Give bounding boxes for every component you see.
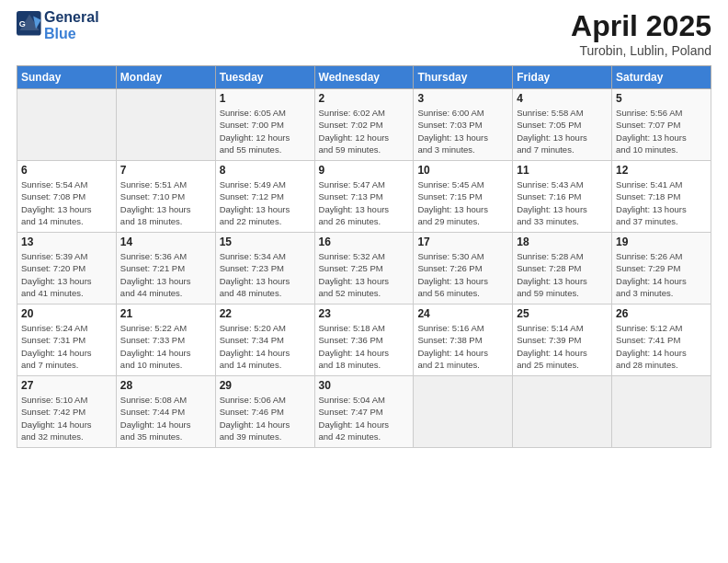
calendar-cell: 6Sunrise: 5:54 AM Sunset: 7:08 PM Daylig… bbox=[17, 161, 117, 233]
day-info: Sunrise: 5:14 AM Sunset: 7:39 PM Dayligh… bbox=[517, 322, 608, 371]
day-number: 26 bbox=[616, 307, 707, 320]
day-number: 24 bbox=[417, 307, 508, 320]
calendar-cell: 13Sunrise: 5:39 AM Sunset: 7:20 PM Dayli… bbox=[17, 233, 117, 304]
day-info: Sunrise: 5:08 AM Sunset: 7:44 PM Dayligh… bbox=[120, 394, 211, 442]
calendar-cell: 27Sunrise: 5:10 AM Sunset: 7:42 PM Dayli… bbox=[17, 376, 117, 448]
weekday-thursday: Thursday bbox=[414, 66, 513, 89]
day-info: Sunrise: 5:18 AM Sunset: 7:36 PM Dayligh… bbox=[319, 322, 410, 371]
day-number: 3 bbox=[417, 92, 508, 105]
day-info: Sunrise: 5:34 AM Sunset: 7:23 PM Dayligh… bbox=[220, 250, 311, 299]
weekday-monday: Monday bbox=[116, 66, 215, 89]
day-info: Sunrise: 5:04 AM Sunset: 7:47 PM Dayligh… bbox=[319, 394, 410, 442]
day-number: 30 bbox=[319, 379, 410, 392]
day-info: Sunrise: 5:51 AM Sunset: 7:10 PM Dayligh… bbox=[120, 178, 211, 227]
day-number: 28 bbox=[120, 379, 211, 392]
calendar-table: SundayMondayTuesdayWednesdayThursdayFrid… bbox=[17, 65, 711, 448]
day-info: Sunrise: 6:00 AM Sunset: 7:03 PM Dayligh… bbox=[417, 107, 508, 155]
weekday-header-row: SundayMondayTuesdayWednesdayThursdayFrid… bbox=[17, 66, 711, 89]
calendar-cell: 29Sunrise: 5:06 AM Sunset: 7:46 PM Dayli… bbox=[215, 376, 314, 448]
day-info: Sunrise: 5:39 AM Sunset: 7:20 PM Dayligh… bbox=[21, 250, 112, 299]
calendar-cell: 21Sunrise: 5:22 AM Sunset: 7:33 PM Dayli… bbox=[116, 304, 215, 376]
day-info: Sunrise: 5:36 AM Sunset: 7:21 PM Dayligh… bbox=[120, 250, 211, 299]
day-number: 7 bbox=[120, 164, 211, 177]
day-info: Sunrise: 5:10 AM Sunset: 7:42 PM Dayligh… bbox=[21, 394, 112, 442]
week-row-3: 13Sunrise: 5:39 AM Sunset: 7:20 PM Dayli… bbox=[17, 233, 711, 304]
calendar-cell: 18Sunrise: 5:28 AM Sunset: 7:28 PM Dayli… bbox=[513, 233, 612, 304]
calendar-cell: 3Sunrise: 6:00 AM Sunset: 7:03 PM Daylig… bbox=[414, 89, 513, 161]
calendar-subtitle: Turobin, Lublin, Poland bbox=[571, 43, 711, 58]
weekday-tuesday: Tuesday bbox=[215, 66, 314, 89]
logo-icon: G bbox=[17, 11, 42, 37]
day-info: Sunrise: 5:58 AM Sunset: 7:05 PM Dayligh… bbox=[517, 107, 608, 155]
calendar-cell: 12Sunrise: 5:41 AM Sunset: 7:18 PM Dayli… bbox=[612, 161, 711, 233]
week-row-4: 20Sunrise: 5:24 AM Sunset: 7:31 PM Dayli… bbox=[17, 304, 711, 376]
calendar-cell bbox=[612, 376, 711, 448]
day-info: Sunrise: 5:47 AM Sunset: 7:13 PM Dayligh… bbox=[319, 178, 410, 227]
day-info: Sunrise: 5:06 AM Sunset: 7:46 PM Dayligh… bbox=[220, 394, 311, 442]
week-row-2: 6Sunrise: 5:54 AM Sunset: 7:08 PM Daylig… bbox=[17, 161, 711, 233]
calendar-cell: 15Sunrise: 5:34 AM Sunset: 7:23 PM Dayli… bbox=[215, 233, 314, 304]
week-row-5: 27Sunrise: 5:10 AM Sunset: 7:42 PM Dayli… bbox=[17, 376, 711, 448]
calendar-cell: 16Sunrise: 5:32 AM Sunset: 7:25 PM Dayli… bbox=[314, 233, 414, 304]
calendar-cell: 10Sunrise: 5:45 AM Sunset: 7:15 PM Dayli… bbox=[414, 161, 513, 233]
day-number: 9 bbox=[319, 164, 410, 177]
calendar-cell: 4Sunrise: 5:58 AM Sunset: 7:05 PM Daylig… bbox=[513, 89, 612, 161]
calendar-cell: 7Sunrise: 5:51 AM Sunset: 7:10 PM Daylig… bbox=[116, 161, 215, 233]
calendar-cell: 11Sunrise: 5:43 AM Sunset: 7:16 PM Dayli… bbox=[513, 161, 612, 233]
day-number: 1 bbox=[220, 92, 311, 105]
calendar-cell bbox=[414, 376, 513, 448]
day-number: 18 bbox=[517, 236, 608, 248]
day-info: Sunrise: 5:28 AM Sunset: 7:28 PM Dayligh… bbox=[517, 250, 608, 299]
calendar-cell: 30Sunrise: 5:04 AM Sunset: 7:47 PM Dayli… bbox=[314, 376, 414, 448]
day-info: Sunrise: 5:32 AM Sunset: 7:25 PM Dayligh… bbox=[319, 250, 410, 299]
day-number: 10 bbox=[417, 164, 508, 177]
calendar-cell: 20Sunrise: 5:24 AM Sunset: 7:31 PM Dayli… bbox=[17, 304, 117, 376]
day-info: Sunrise: 5:12 AM Sunset: 7:41 PM Dayligh… bbox=[616, 322, 707, 371]
day-number: 12 bbox=[616, 164, 707, 177]
calendar-cell bbox=[116, 89, 215, 161]
calendar-cell: 14Sunrise: 5:36 AM Sunset: 7:21 PM Dayli… bbox=[116, 233, 215, 304]
day-number: 16 bbox=[319, 236, 410, 248]
logo: G General Blue bbox=[17, 9, 99, 43]
day-info: Sunrise: 5:26 AM Sunset: 7:29 PM Dayligh… bbox=[616, 250, 707, 299]
day-info: Sunrise: 5:54 AM Sunset: 7:08 PM Dayligh… bbox=[21, 178, 112, 227]
calendar-cell: 17Sunrise: 5:30 AM Sunset: 7:26 PM Dayli… bbox=[414, 233, 513, 304]
week-row-1: 1Sunrise: 6:05 AM Sunset: 7:00 PM Daylig… bbox=[17, 89, 711, 161]
day-info: Sunrise: 5:16 AM Sunset: 7:38 PM Dayligh… bbox=[417, 322, 508, 371]
day-number: 13 bbox=[21, 236, 112, 248]
day-info: Sunrise: 6:02 AM Sunset: 7:02 PM Dayligh… bbox=[319, 107, 410, 155]
day-number: 2 bbox=[319, 92, 410, 105]
day-number: 23 bbox=[319, 307, 410, 320]
day-info: Sunrise: 5:20 AM Sunset: 7:34 PM Dayligh… bbox=[220, 322, 311, 371]
calendar-cell: 2Sunrise: 6:02 AM Sunset: 7:02 PM Daylig… bbox=[314, 89, 414, 161]
day-number: 6 bbox=[21, 164, 112, 177]
day-info: Sunrise: 5:45 AM Sunset: 7:15 PM Dayligh… bbox=[417, 178, 508, 227]
day-number: 8 bbox=[220, 164, 311, 177]
day-number: 5 bbox=[616, 92, 707, 105]
calendar-cell: 5Sunrise: 5:56 AM Sunset: 7:07 PM Daylig… bbox=[612, 89, 711, 161]
calendar-title: April 2025 bbox=[571, 9, 711, 43]
weekday-sunday: Sunday bbox=[17, 66, 117, 89]
day-number: 22 bbox=[220, 307, 311, 320]
calendar-cell bbox=[513, 376, 612, 448]
day-number: 15 bbox=[220, 236, 311, 248]
calendar-cell: 25Sunrise: 5:14 AM Sunset: 7:39 PM Dayli… bbox=[513, 304, 612, 376]
day-number: 19 bbox=[616, 236, 707, 248]
day-number: 14 bbox=[120, 236, 211, 248]
calendar-cell: 22Sunrise: 5:20 AM Sunset: 7:34 PM Dayli… bbox=[215, 304, 314, 376]
calendar-cell: 19Sunrise: 5:26 AM Sunset: 7:29 PM Dayli… bbox=[612, 233, 711, 304]
day-number: 21 bbox=[120, 307, 211, 320]
weekday-friday: Friday bbox=[513, 66, 612, 89]
day-number: 29 bbox=[220, 379, 311, 392]
logo-line1: General bbox=[44, 9, 99, 26]
day-number: 4 bbox=[517, 92, 608, 105]
calendar-cell bbox=[17, 89, 117, 161]
day-number: 20 bbox=[21, 307, 112, 320]
svg-text:G: G bbox=[19, 19, 26, 29]
day-number: 11 bbox=[517, 164, 608, 177]
calendar-cell: 23Sunrise: 5:18 AM Sunset: 7:36 PM Dayli… bbox=[314, 304, 414, 376]
calendar-cell: 9Sunrise: 5:47 AM Sunset: 7:13 PM Daylig… bbox=[314, 161, 414, 233]
calendar-cell: 28Sunrise: 5:08 AM Sunset: 7:44 PM Dayli… bbox=[116, 376, 215, 448]
day-info: Sunrise: 5:41 AM Sunset: 7:18 PM Dayligh… bbox=[616, 178, 707, 227]
calendar-cell: 24Sunrise: 5:16 AM Sunset: 7:38 PM Dayli… bbox=[414, 304, 513, 376]
